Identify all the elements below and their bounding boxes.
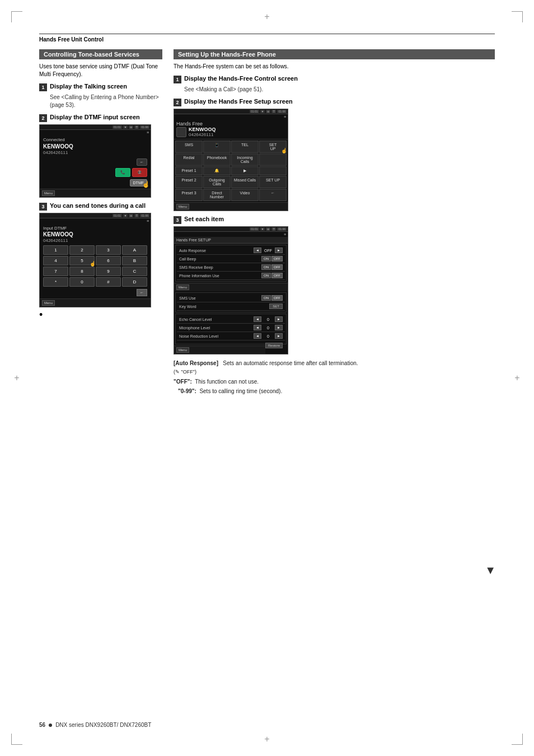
key-hash[interactable]: # xyxy=(96,277,121,287)
connected-screen: 01:01 ▼ ⊞ ☰ 01:06 ≡ Connected KENWOOQ 04… xyxy=(39,124,151,198)
menu-btn-2[interactable]: Menu xyxy=(42,300,55,306)
echo-right[interactable]: ► xyxy=(275,316,283,322)
left-column: Controlling Tone-based Services Uses ton… xyxy=(39,49,162,395)
arrow-indicator: ▼ xyxy=(485,564,496,577)
hf-avatar xyxy=(176,127,186,137)
phoneinfo-on[interactable]: ON xyxy=(261,273,271,278)
smsuse-off[interactable]: OFF xyxy=(271,295,283,301)
smsbeep-on[interactable]: ON xyxy=(261,264,271,270)
cursor-hand-2: ☝ xyxy=(90,261,96,267)
hf-menu-btn[interactable]: Menu xyxy=(176,204,189,209)
key-A[interactable]: A xyxy=(122,245,147,255)
hf-cell-missed[interactable]: Missed Calls xyxy=(231,176,259,188)
desc-key: [Auto Response] xyxy=(174,360,218,366)
hf-caller-name: KENWOOQ xyxy=(189,127,216,132)
hf-cell-incoming[interactable]: Incoming Calls xyxy=(231,153,259,166)
arrow-right-1[interactable]: ► xyxy=(275,248,283,253)
hf-cell-setup-top[interactable]: SETUP ☝ xyxy=(259,141,287,153)
smsuse-on[interactable]: ON xyxy=(261,295,271,301)
dtmf-back-btn[interactable]: ← xyxy=(137,289,147,296)
hf-caller-number: 0426426111 xyxy=(189,132,216,137)
hf-cell-preset1[interactable]: Preset 1 xyxy=(175,166,203,175)
hf-top-section: Hands Free KENWOOQ 0426426111 xyxy=(174,119,288,139)
cursor-hand-1: ☝ xyxy=(142,181,150,188)
echo-left[interactable]: ◄ xyxy=(254,316,261,322)
callbeep-on[interactable]: ON xyxy=(261,256,271,262)
restore-btn[interactable]: Restore xyxy=(265,343,283,348)
key-4[interactable]: 4 xyxy=(43,256,68,265)
hf-cell-bell[interactable]: 🔔 xyxy=(203,166,231,175)
hf-cell-tel[interactable]: TEL xyxy=(231,141,259,153)
mic-right[interactable]: ► xyxy=(275,325,283,330)
corner-mark-bl xyxy=(11,734,22,745)
right-step-2-label: 2 Display the Hands Free Setup screen xyxy=(174,98,495,106)
step-2-num: 2 xyxy=(39,114,47,122)
screen-scroll-2: ≡ xyxy=(40,218,151,223)
key-9[interactable]: 9 xyxy=(96,267,121,276)
setup-scroll: ≡ xyxy=(174,232,288,237)
right-intro: The Hands-Free system can be set as foll… xyxy=(174,63,495,71)
screen-top-bar-2: 01:01 ▼ ⊞ ☰ 01:06 xyxy=(40,213,151,218)
hf-cell-back[interactable]: ← xyxy=(259,189,287,201)
dtmf-label: Input DTMF xyxy=(43,226,147,231)
screen-top-bar-1: 01:01 ▼ ⊞ ☰ 01:06 xyxy=(40,125,151,130)
key-0[interactable]: 0 xyxy=(69,277,95,287)
hf-cell-video[interactable]: Video xyxy=(231,189,259,201)
setup-row-keyword: Key Word SET xyxy=(177,302,285,311)
desc-099: "0-99": Sets to calling ring time (secon… xyxy=(178,387,495,395)
key-star[interactable]: * xyxy=(43,277,68,287)
key-6[interactable]: 6 xyxy=(96,256,121,265)
call-buttons: ← xyxy=(43,158,147,166)
menu-btn-1[interactable]: Menu xyxy=(42,190,55,196)
smsbeep-onoff: ON OFF xyxy=(261,264,283,270)
key-2[interactable]: 2 xyxy=(69,245,95,255)
key-B[interactable]: B xyxy=(122,256,147,265)
hf-cell-phonebook[interactable]: Phonebook xyxy=(203,153,231,166)
btn-answer[interactable]: 📞 xyxy=(115,168,130,177)
smsbeep-off[interactable]: OFF xyxy=(271,264,283,270)
hf-cell-preset2[interactable]: Preset 2 xyxy=(175,176,203,188)
keyword-set-btn[interactable]: SET xyxy=(269,304,283,309)
step-2-label: 2 Display the DTMF input screen xyxy=(39,114,162,122)
key-C[interactable]: C xyxy=(122,267,147,276)
right-step-3-num: 3 xyxy=(174,216,181,224)
dtmf-button[interactable]: DTMF ☝ xyxy=(130,179,147,186)
key-1[interactable]: 1 xyxy=(43,245,68,255)
dtmf-screen: 01:01 ▼ ⊞ ☰ 01:06 ≡ Input DTMF KENWOOQ 0… xyxy=(39,213,151,307)
key-D[interactable]: D xyxy=(122,277,147,287)
setup-controls-1: ◄ OFF ► xyxy=(254,248,283,253)
hf-cell-play[interactable]: ▶ xyxy=(231,166,259,175)
hf-cell-outgoing[interactable]: Outgoing Calls xyxy=(203,176,231,188)
hf-cell-sms[interactable]: SMS xyxy=(175,141,203,153)
hf-cell-redial[interactable]: Redial xyxy=(175,153,203,166)
setup-menu-btn-1[interactable]: Menu xyxy=(176,284,189,290)
phoneinfo-off[interactable]: OFF xyxy=(271,273,283,278)
center-mark-top xyxy=(261,11,273,22)
arrow-left-1[interactable]: ◄ xyxy=(254,248,261,253)
left-section-title: Controlling Tone-based Services xyxy=(39,49,162,59)
setup-menu-btn-2[interactable]: Menu xyxy=(176,347,189,353)
key-7[interactable]: 7 xyxy=(43,267,68,276)
key-8[interactable]: 8 xyxy=(69,267,95,276)
hf-cell-setup-bottom[interactable]: SET UP xyxy=(259,176,287,188)
smsuse-onoff: ON OFF xyxy=(261,295,283,301)
hf-cell-empty2 xyxy=(259,166,287,175)
noise-right[interactable]: ► xyxy=(275,333,283,339)
key-5[interactable]: 5 ☝ xyxy=(69,256,95,265)
corner-mark-tl xyxy=(11,11,22,22)
main-content: Controlling Tone-based Services Uses ton… xyxy=(39,49,495,395)
setup-section-1: Auto Response ◄ OFF ► Call Beep ON xyxy=(175,245,287,282)
callbeep-off[interactable]: OFF xyxy=(271,256,283,262)
setup-menu-bar-2: Menu xyxy=(174,346,265,354)
caller-number-1: 0426426111 xyxy=(43,150,147,155)
btn-hangup[interactable]: 📵 xyxy=(132,168,147,177)
hf-cell-direct[interactable]: Direct Number xyxy=(203,189,231,201)
right-step-1-desc: See <Making a Call> (page 51). xyxy=(184,86,495,94)
hf-cell-phone-icon[interactable]: 📱 xyxy=(203,141,231,153)
noise-left[interactable]: ◄ xyxy=(254,333,261,339)
hf-cell-preset3[interactable]: Preset 3 xyxy=(175,189,203,201)
footer-separator xyxy=(49,724,52,727)
key-3[interactable]: 3 xyxy=(96,245,121,255)
btn-back[interactable]: ← xyxy=(137,158,147,166)
mic-left[interactable]: ◄ xyxy=(254,325,261,330)
